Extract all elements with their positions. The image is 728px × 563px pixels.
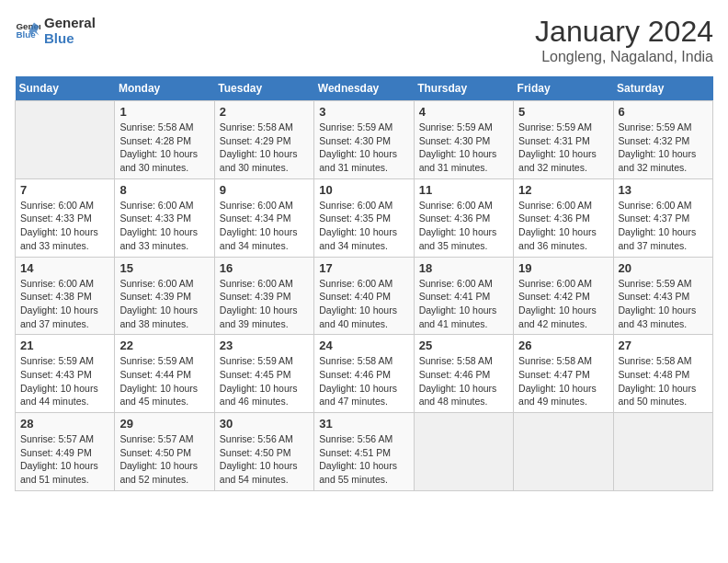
day-number: 26 [518, 339, 608, 352]
day-number: 27 [619, 339, 708, 352]
logo-text-blue: Blue [44, 30, 96, 46]
calendar-week-1: 7Sunrise: 6:00 AMSunset: 4:33 PMDaylight… [16, 178, 713, 257]
day-number: 24 [319, 339, 408, 352]
calendar-header-row: Sunday Monday Tuesday Wednesday Thursday… [16, 76, 713, 101]
calendar-cell [514, 413, 613, 491]
day-number: 23 [220, 339, 309, 352]
day-number: 2 [220, 105, 309, 119]
calendar-cell: 8Sunrise: 6:00 AMSunset: 4:33 PMDaylight… [115, 178, 214, 257]
calendar-cell: 17Sunrise: 6:00 AMSunset: 4:40 PMDayligh… [314, 257, 414, 335]
day-info: Sunrise: 6:00 AMSunset: 4:39 PMDaylight:… [119, 277, 209, 331]
day-number: 1 [119, 105, 209, 119]
calendar-week-3: 21Sunrise: 5:59 AMSunset: 4:43 PMDayligh… [16, 335, 713, 413]
day-info: Sunrise: 5:59 AMSunset: 4:45 PMDaylight:… [220, 354, 309, 408]
day-number: 12 [518, 183, 608, 197]
day-number: 29 [119, 417, 209, 431]
day-number: 19 [518, 261, 608, 275]
header-sunday: Sunday [16, 76, 115, 101]
day-info: Sunrise: 6:00 AMSunset: 4:33 PMDaylight:… [20, 199, 109, 253]
day-info: Sunrise: 6:00 AMSunset: 4:41 PMDaylight:… [419, 277, 508, 331]
day-number: 9 [220, 183, 309, 197]
day-info: Sunrise: 5:58 AMSunset: 4:29 PMDaylight:… [220, 121, 309, 175]
day-info: Sunrise: 5:59 AMSunset: 4:43 PMDaylight:… [20, 354, 109, 408]
calendar-cell: 14Sunrise: 6:00 AMSunset: 4:38 PMDayligh… [16, 257, 115, 335]
day-number: 14 [20, 261, 109, 275]
calendar-cell: 15Sunrise: 6:00 AMSunset: 4:39 PMDayligh… [115, 257, 214, 335]
month-title: January 2024 [535, 15, 713, 49]
day-number: 30 [220, 417, 309, 431]
day-info: Sunrise: 6:00 AMSunset: 4:33 PMDaylight:… [119, 199, 209, 253]
day-number: 20 [619, 261, 708, 275]
header-thursday: Thursday [414, 76, 513, 101]
calendar-cell [16, 101, 115, 179]
calendar-cell: 4Sunrise: 5:59 AMSunset: 4:30 PMDaylight… [414, 101, 513, 179]
calendar-cell: 19Sunrise: 6:00 AMSunset: 4:42 PMDayligh… [514, 257, 613, 335]
day-number: 17 [319, 261, 408, 275]
day-info: Sunrise: 6:00 AMSunset: 4:38 PMDaylight:… [20, 277, 109, 331]
day-info: Sunrise: 5:59 AMSunset: 4:32 PMDaylight:… [619, 121, 708, 175]
calendar-cell: 7Sunrise: 6:00 AMSunset: 4:33 PMDaylight… [16, 178, 115, 257]
day-info: Sunrise: 5:59 AMSunset: 4:31 PMDaylight:… [518, 121, 608, 175]
calendar-cell: 20Sunrise: 5:59 AMSunset: 4:43 PMDayligh… [613, 257, 712, 335]
calendar-cell: 29Sunrise: 5:57 AMSunset: 4:50 PMDayligh… [115, 413, 214, 491]
day-info: Sunrise: 5:59 AMSunset: 4:30 PMDaylight:… [419, 121, 508, 175]
calendar-cell [414, 413, 513, 491]
calendar-cell: 18Sunrise: 6:00 AMSunset: 4:41 PMDayligh… [414, 257, 513, 335]
day-info: Sunrise: 5:56 AMSunset: 4:51 PMDaylight:… [319, 432, 408, 487]
day-number: 3 [319, 105, 408, 119]
calendar-cell: 2Sunrise: 5:58 AMSunset: 4:29 PMDaylight… [214, 101, 313, 179]
day-info: Sunrise: 5:56 AMSunset: 4:50 PMDaylight:… [220, 432, 309, 487]
day-number: 6 [619, 105, 708, 119]
calendar-cell: 9Sunrise: 6:00 AMSunset: 4:34 PMDaylight… [214, 178, 313, 257]
calendar-cell: 25Sunrise: 5:58 AMSunset: 4:46 PMDayligh… [414, 335, 513, 413]
day-info: Sunrise: 5:58 AMSunset: 4:28 PMDaylight:… [119, 121, 209, 175]
calendar-cell: 16Sunrise: 6:00 AMSunset: 4:39 PMDayligh… [214, 257, 313, 335]
calendar-week-2: 14Sunrise: 6:00 AMSunset: 4:38 PMDayligh… [16, 257, 713, 335]
calendar-cell: 1Sunrise: 5:58 AMSunset: 4:28 PMDaylight… [115, 101, 214, 179]
day-number: 25 [419, 339, 508, 352]
logo-icon: General Blue [15, 17, 40, 43]
calendar-cell: 31Sunrise: 5:56 AMSunset: 4:51 PMDayligh… [314, 413, 414, 491]
calendar-cell: 3Sunrise: 5:59 AMSunset: 4:30 PMDaylight… [314, 101, 414, 179]
day-info: Sunrise: 5:58 AMSunset: 4:47 PMDaylight:… [518, 354, 608, 408]
header-monday: Monday [115, 76, 214, 101]
day-info: Sunrise: 6:00 AMSunset: 4:40 PMDaylight:… [319, 277, 408, 331]
calendar-cell: 28Sunrise: 5:57 AMSunset: 4:49 PMDayligh… [16, 413, 115, 491]
day-number: 5 [518, 105, 608, 119]
location-title: Longleng, Nagaland, India [535, 49, 713, 65]
day-number: 4 [419, 105, 508, 119]
header-friday: Friday [514, 76, 613, 101]
day-number: 21 [20, 339, 109, 352]
day-info: Sunrise: 5:57 AMSunset: 4:50 PMDaylight:… [119, 432, 209, 487]
calendar-cell: 12Sunrise: 6:00 AMSunset: 4:36 PMDayligh… [514, 178, 613, 257]
day-number: 31 [319, 417, 408, 431]
calendar-cell: 11Sunrise: 6:00 AMSunset: 4:36 PMDayligh… [414, 178, 513, 257]
logo-text-general: General [44, 15, 96, 30]
day-number: 7 [20, 183, 109, 197]
calendar-cell: 22Sunrise: 5:59 AMSunset: 4:44 PMDayligh… [115, 335, 214, 413]
day-info: Sunrise: 5:58 AMSunset: 4:46 PMDaylight:… [319, 354, 408, 408]
day-info: Sunrise: 5:59 AMSunset: 4:30 PMDaylight:… [319, 121, 408, 175]
day-number: 16 [220, 261, 309, 275]
calendar-cell: 26Sunrise: 5:58 AMSunset: 4:47 PMDayligh… [514, 335, 613, 413]
day-number: 10 [319, 183, 408, 197]
day-info: Sunrise: 6:00 AMSunset: 4:36 PMDaylight:… [518, 199, 608, 253]
header: General Blue General Blue January 2024 L… [15, 15, 713, 65]
title-section: January 2024 Longleng, Nagaland, India [535, 15, 713, 65]
day-number: 28 [20, 417, 109, 431]
day-info: Sunrise: 6:00 AMSunset: 4:39 PMDaylight:… [220, 277, 309, 331]
calendar-cell: 6Sunrise: 5:59 AMSunset: 4:32 PMDaylight… [613, 101, 712, 179]
calendar-cell: 27Sunrise: 5:58 AMSunset: 4:48 PMDayligh… [613, 335, 712, 413]
day-number: 22 [119, 339, 209, 352]
day-info: Sunrise: 5:59 AMSunset: 4:43 PMDaylight:… [619, 277, 708, 331]
header-wednesday: Wednesday [314, 76, 414, 101]
calendar-week-4: 28Sunrise: 5:57 AMSunset: 4:49 PMDayligh… [16, 413, 713, 491]
calendar-cell: 13Sunrise: 6:00 AMSunset: 4:37 PMDayligh… [613, 178, 712, 257]
header-tuesday: Tuesday [214, 76, 313, 101]
calendar-cell: 5Sunrise: 5:59 AMSunset: 4:31 PMDaylight… [514, 101, 613, 179]
day-info: Sunrise: 6:00 AMSunset: 4:35 PMDaylight:… [319, 199, 408, 253]
day-info: Sunrise: 6:00 AMSunset: 4:36 PMDaylight:… [419, 199, 508, 253]
day-number: 11 [419, 183, 508, 197]
calendar-cell: 30Sunrise: 5:56 AMSunset: 4:50 PMDayligh… [214, 413, 313, 491]
day-info: Sunrise: 6:00 AMSunset: 4:34 PMDaylight:… [220, 199, 309, 253]
